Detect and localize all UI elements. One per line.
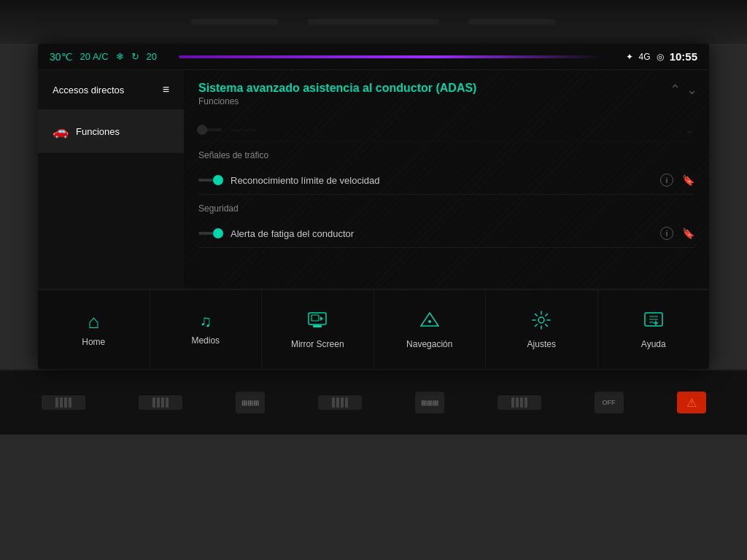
fatigue-bookmark-icon[interactable]: 🔖 — [682, 228, 694, 239]
ac-display: 20 A/C — [80, 51, 109, 62]
scroll-up-icon[interactable]: ⌃ — [670, 82, 681, 98]
setting-row-speed[interactable]: Reconocimiento límite de velocidad i 🔖 — [198, 166, 694, 195]
sidebar-item-funciones[interactable]: 🚗 Funciones — [38, 110, 184, 153]
collapsed-setting-icons: ⌄ — [685, 122, 694, 136]
collapsed-label: ··········· — [229, 125, 256, 135]
panel-subtitle: Funciones — [198, 96, 694, 106]
vent-slot-4 — [498, 395, 541, 410]
medios-label: Medios — [191, 335, 220, 346]
rear-defroster-button[interactable]: ⊞⊞⊞ — [415, 392, 444, 413]
car-frame: 30℃ 20 A/C ❄ ↻ 20 ✦ 4G ◎ 10:55 Accesos d… — [0, 0, 747, 560]
gps-icon: ◎ — [657, 52, 664, 62]
nav-mirror-screen[interactable]: Mirror Screen — [262, 290, 374, 369]
bottom-nav: ⌂ Home ♫ Medios Mirror Screen — [38, 289, 709, 369]
temperature-display: 30℃ — [50, 51, 73, 63]
control-group-4 — [498, 395, 541, 410]
collapsed-toggle[interactable] — [198, 128, 222, 131]
signal-icon: 4G — [639, 52, 651, 62]
nav-ajustes[interactable]: Ajustes — [486, 290, 598, 369]
menu-icon: ≡ — [163, 83, 169, 96]
svg-rect-2 — [311, 315, 319, 321]
fatigue-toggle[interactable] — [198, 232, 222, 235]
hazard-button[interactable]: ⚠ — [677, 392, 706, 413]
svg-point-3 — [428, 320, 431, 323]
panel-title: Sistema avanzado asistencia al conductor… — [198, 82, 694, 95]
vent-slot-3 — [318, 395, 362, 410]
nav-ayuda[interactable]: Ayuda — [598, 290, 710, 369]
nav-medios[interactable]: ♫ Medios — [150, 290, 263, 369]
collapsed-setting-row: ··········· ⌄ — [198, 118, 694, 141]
navegacion-label: Navegación — [406, 339, 452, 349]
svg-point-4 — [538, 317, 544, 323]
fatigue-icons: i 🔖 — [660, 227, 694, 240]
fan-temp-display: 20 — [147, 51, 157, 62]
sidebar-accesos-directos[interactable]: Accesos directos ≡ — [38, 70, 184, 110]
speed-limit-info-icon[interactable]: i — [660, 174, 673, 187]
fatigue-info-icon[interactable]: i — [660, 227, 673, 240]
speed-limit-icons: i 🔖 — [660, 174, 694, 187]
medios-icon: ♫ — [200, 314, 212, 330]
nav-home[interactable]: ⌂ Home — [38, 290, 150, 369]
home-icon: ⌂ — [88, 312, 99, 331]
setting-row-fatigue[interactable]: Alerta de fatiga del conductor i 🔖 — [198, 219, 694, 248]
ayuda-label: Ayuda — [641, 339, 666, 349]
accesos-label: Accesos directos — [53, 85, 124, 96]
top-vent-area — [0, 0, 747, 44]
ajustes-icon — [531, 310, 551, 333]
collapsed-chevron-icon: ⌄ — [685, 122, 694, 136]
control-group-3 — [318, 395, 362, 410]
vent-slot-2 — [139, 395, 182, 410]
vent-slot-1 — [42, 395, 85, 410]
navegacion-icon — [419, 310, 440, 333]
mirror-screen-icon — [307, 310, 328, 333]
car-icon: 🚗 — [53, 123, 69, 139]
speed-limit-toggle[interactable] — [198, 179, 222, 182]
section-label-traffic: Señales de tráfico — [198, 150, 694, 160]
ayuda-icon — [643, 310, 664, 333]
funciones-label: Funciones — [76, 126, 120, 137]
clock-display: 10:55 — [670, 50, 697, 63]
fan-icon: ❄ — [116, 51, 124, 62]
control-group-2 — [139, 395, 182, 410]
bluetooth-icon: ✦ — [626, 52, 633, 62]
speed-limit-label: Reconocimiento límite de velocidad — [231, 175, 651, 186]
status-bar: 30℃ 20 A/C ❄ ↻ 20 ✦ 4G ◎ 10:55 — [38, 44, 709, 70]
speed-limit-bookmark-icon[interactable]: 🔖 — [682, 174, 694, 186]
ajustes-label: Ajustes — [527, 339, 556, 349]
scroll-down-icon[interactable]: ⌄ — [686, 82, 697, 98]
section-label-security: Seguridad — [198, 203, 694, 214]
mirror-screen-label: Mirror Screen — [291, 339, 344, 349]
main-display-screen: 30℃ 20 A/C ❄ ↻ 20 ✦ 4G ◎ 10:55 Accesos d… — [38, 44, 709, 369]
physical-controls: ⊞⊞⊞ ⊞⊞⊞ OFF ⚠ — [0, 369, 747, 435]
nav-navegacion[interactable]: Navegación — [374, 290, 487, 369]
media-progress-bar — [179, 55, 604, 58]
fan-off-button[interactable]: OFF — [595, 392, 624, 413]
content-area: Accesos directos ≡ 🚗 Funciones ⌃ ⌄ Siste… — [38, 70, 709, 289]
heat-button[interactable]: ⊞⊞⊞ — [236, 392, 265, 413]
status-bar-right: ✦ 4G ◎ 10:55 — [626, 50, 697, 63]
svg-rect-1 — [313, 325, 322, 327]
home-label: Home — [82, 337, 105, 347]
control-group-1 — [42, 395, 85, 410]
fatigue-label: Alerta de fatiga del conductor — [231, 228, 651, 239]
main-panel: ⌃ ⌄ Sistema avanzado asistencia al condu… — [184, 70, 709, 289]
recirc-icon: ↻ — [131, 51, 139, 62]
sidebar: Accesos directos ≡ 🚗 Funciones — [38, 70, 184, 289]
scroll-indicators: ⌃ ⌄ — [670, 82, 697, 98]
